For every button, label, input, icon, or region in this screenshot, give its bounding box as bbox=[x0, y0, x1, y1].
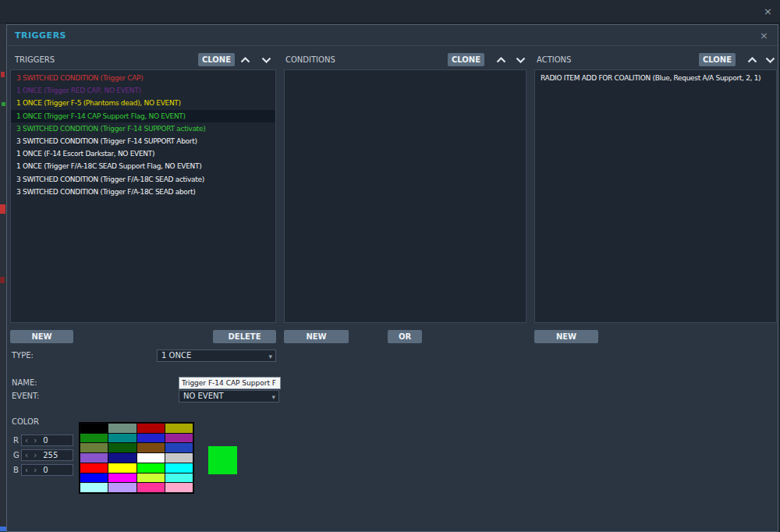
conditions-list[interactable] bbox=[284, 69, 526, 323]
list-item[interactable]: 3 SWITCHED CONDITION (Trigger F/A-18C SE… bbox=[11, 173, 275, 186]
list-item[interactable]: 3 SWITCHED CONDITION (Trigger F/A-18C SE… bbox=[11, 186, 275, 198]
list-item[interactable]: 1 ONCE (Trigger F-5 (Phantoms dead), NO … bbox=[11, 97, 275, 109]
actions-move-up-button[interactable] bbox=[744, 53, 760, 66]
color-swatch[interactable] bbox=[108, 443, 136, 452]
type-dropdown-value: 1 ONCE bbox=[161, 351, 191, 360]
triggers-dialog: TRIGGERS × TRIGGERS CLONE CONDITIONS CLO… bbox=[6, 24, 778, 532]
conditions-or-button[interactable]: OR bbox=[388, 330, 422, 343]
color-g-stepper[interactable]: ‹ ›255 bbox=[21, 449, 73, 461]
event-dropdown-value: NO EVENT bbox=[183, 392, 224, 400]
color-swatch[interactable] bbox=[165, 473, 193, 483]
dialog-close-icon[interactable]: × bbox=[760, 30, 768, 41]
color-swatch[interactable] bbox=[137, 483, 165, 492]
map-marker bbox=[0, 527, 6, 531]
color-swatch[interactable] bbox=[108, 434, 136, 443]
conditions-move-up-button[interactable] bbox=[493, 53, 509, 66]
color-swatch[interactable] bbox=[165, 483, 193, 492]
name-input[interactable] bbox=[179, 377, 281, 389]
color-swatch[interactable] bbox=[165, 443, 193, 452]
conditions-clone-button[interactable]: CLONE bbox=[448, 53, 484, 66]
chevron-down-icon bbox=[261, 54, 271, 66]
list-item[interactable]: 3 SWITCHED CONDITION (Trigger F-14 SUPPO… bbox=[11, 122, 275, 135]
triggers-clone-button[interactable]: CLONE bbox=[198, 53, 235, 66]
color-preview bbox=[208, 446, 237, 474]
color-g-label: G bbox=[13, 451, 20, 459]
color-swatch[interactable] bbox=[137, 443, 165, 452]
chevron-down-icon: ▾ bbox=[271, 392, 275, 403]
map-marker bbox=[0, 204, 5, 214]
color-b-label: B bbox=[13, 466, 19, 474]
conditions-new-button[interactable]: NEW bbox=[284, 330, 349, 343]
window-titlebar: × bbox=[0, 0, 780, 23]
stepper-arrows-icon[interactable]: ‹ › bbox=[25, 436, 38, 445]
color-swatch[interactable] bbox=[80, 463, 108, 473]
triggers-delete-button[interactable]: DELETE bbox=[213, 330, 276, 343]
actions-list[interactable]: RADIO ITEM ADD FOR COALITION (Blue, Requ… bbox=[534, 69, 777, 323]
chevron-down-icon bbox=[516, 54, 526, 66]
type-dropdown[interactable]: 1 ONCE ▾ bbox=[157, 349, 276, 362]
color-r-value: 0 bbox=[43, 436, 48, 445]
dialog-title: TRIGGERS bbox=[15, 30, 66, 41]
chevron-up-icon bbox=[240, 54, 250, 66]
color-swatch[interactable] bbox=[165, 453, 193, 463]
list-item[interactable]: 3 SWITCHED CONDITION (Trigger CAP) bbox=[11, 72, 275, 84]
color-swatch[interactable] bbox=[108, 473, 136, 483]
map-marker bbox=[1, 72, 5, 77]
triggers-move-down-button[interactable] bbox=[258, 53, 274, 66]
color-swatch[interactable] bbox=[80, 473, 108, 483]
color-swatch[interactable] bbox=[165, 424, 193, 433]
color-palette[interactable] bbox=[79, 422, 194, 494]
color-swatch[interactable] bbox=[80, 434, 108, 443]
color-swatch[interactable] bbox=[108, 483, 136, 492]
triggers-list[interactable]: 3 SWITCHED CONDITION (Trigger CAP)1 ONCE… bbox=[10, 69, 276, 323]
list-item[interactable]: 1 ONCE (F-14 Escort Darkstar, NO EVENT) bbox=[11, 147, 275, 160]
actions-panel-label: ACTIONS bbox=[537, 55, 571, 64]
conditions-move-down-button[interactable] bbox=[512, 53, 528, 66]
triggers-move-up-button[interactable] bbox=[237, 53, 253, 66]
color-swatch[interactable] bbox=[137, 453, 165, 463]
color-swatch[interactable] bbox=[80, 483, 108, 492]
triggers-new-button[interactable]: NEW bbox=[10, 330, 73, 343]
actions-move-down-button[interactable] bbox=[762, 53, 778, 66]
conditions-panel-label: CONDITIONS bbox=[285, 55, 335, 64]
map-edge bbox=[0, 23, 6, 532]
actions-clone-button[interactable]: CLONE bbox=[699, 53, 736, 66]
color-r-label: R bbox=[13, 436, 19, 445]
list-item[interactable]: 1 ONCE (Trigger F-14 CAP Support Flag, N… bbox=[11, 110, 275, 122]
color-swatch[interactable] bbox=[108, 424, 136, 433]
type-label: TYPE: bbox=[12, 351, 34, 360]
color-swatch[interactable] bbox=[137, 434, 165, 443]
color-swatch[interactable] bbox=[137, 463, 165, 473]
chevron-down-icon bbox=[765, 54, 775, 66]
color-swatch[interactable] bbox=[80, 424, 108, 433]
color-r-stepper[interactable]: ‹ ›0 bbox=[21, 434, 73, 446]
name-label: NAME: bbox=[12, 378, 37, 387]
color-swatch[interactable] bbox=[108, 463, 136, 473]
list-item[interactable]: 1 ONCE (Trigger RED CAP, NO EVENT) bbox=[11, 84, 275, 97]
triggers-panel-label: TRIGGERS bbox=[15, 55, 55, 64]
dialog-header: TRIGGERS × bbox=[7, 25, 778, 46]
color-swatch[interactable] bbox=[165, 434, 193, 443]
color-swatch[interactable] bbox=[137, 473, 165, 483]
map-marker bbox=[0, 277, 5, 283]
window-close-icon[interactable]: × bbox=[764, 5, 772, 17]
actions-new-button[interactable]: NEW bbox=[534, 330, 598, 343]
color-b-value: 0 bbox=[43, 466, 48, 474]
color-swatch[interactable] bbox=[165, 463, 193, 473]
color-swatch[interactable] bbox=[137, 424, 165, 433]
stepper-arrows-icon[interactable]: ‹ › bbox=[25, 451, 38, 459]
color-b-stepper[interactable]: ‹ ›0 bbox=[21, 464, 73, 476]
list-item[interactable]: 3 SWITCHED CONDITION (Trigger F-14 SUPPO… bbox=[11, 135, 275, 147]
map-marker bbox=[2, 102, 5, 106]
list-item[interactable]: RADIO ITEM ADD FOR COALITION (Blue, Requ… bbox=[535, 72, 776, 84]
color-label: COLOR bbox=[12, 417, 39, 426]
color-swatch[interactable] bbox=[108, 453, 136, 463]
stepper-arrows-icon[interactable]: ‹ › bbox=[25, 466, 38, 474]
chevron-up-icon bbox=[496, 54, 506, 66]
event-dropdown[interactable]: NO EVENT ▾ bbox=[179, 390, 279, 403]
list-item[interactable]: 1 ONCE (Trigger F/A-18C SEAD Support Fla… bbox=[11, 160, 275, 172]
color-swatch[interactable] bbox=[80, 453, 108, 463]
color-swatch[interactable] bbox=[80, 443, 108, 452]
chevron-down-icon: ▾ bbox=[268, 351, 272, 362]
event-label: EVENT: bbox=[12, 392, 39, 400]
